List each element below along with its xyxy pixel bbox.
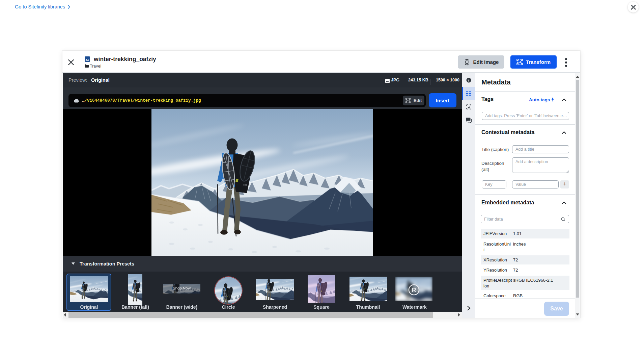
svg-text:R: R <box>412 286 416 294</box>
